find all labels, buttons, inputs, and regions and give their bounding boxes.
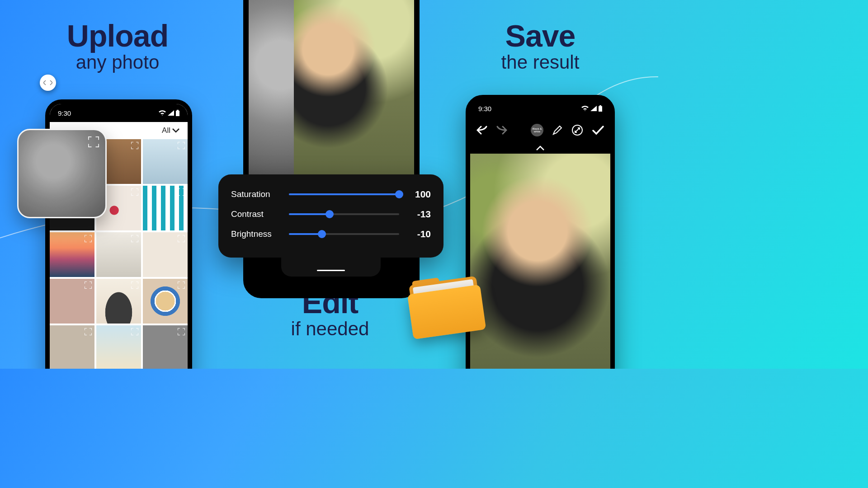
statusbar-icons	[581, 105, 602, 112]
slider-row-contrast: Contrast -13	[231, 204, 431, 224]
slider-knob[interactable]	[318, 230, 326, 238]
fullscreen-icon	[85, 235, 92, 242]
fullscreen-icon	[88, 136, 99, 147]
slider-label: Contrast	[231, 209, 281, 219]
battery-icon	[176, 110, 179, 116]
fullscreen-icon	[131, 282, 138, 289]
fullscreen-icon	[178, 328, 185, 335]
undo-icon[interactable]	[476, 126, 487, 135]
svg-rect-0	[176, 111, 179, 116]
battery-icon	[599, 105, 602, 112]
fullscreen-icon	[131, 235, 138, 242]
slider-fill	[289, 193, 399, 195]
edit-adjustments-panel: Saturation 100 Contrast -13 Brightness -…	[218, 174, 443, 258]
slider-label: Brightness	[231, 229, 281, 239]
fullscreen-icon	[178, 235, 185, 242]
selected-photo-preview[interactable]	[17, 129, 107, 218]
slider-fill	[289, 233, 322, 235]
statusbar: 9:30	[50, 104, 188, 122]
slider-label: Saturation	[231, 189, 281, 199]
collapse-chevron[interactable]	[470, 143, 610, 154]
redo-icon[interactable]	[496, 126, 507, 135]
gallery-thumb[interactable]	[50, 279, 94, 324]
chevron-down-icon	[172, 128, 179, 133]
gallery-thumb[interactable]	[50, 325, 94, 369]
headline-upload-sub: any photo	[38, 52, 197, 73]
slider-track[interactable]	[289, 213, 399, 215]
headline-upload: Upload any photo	[38, 18, 197, 73]
fullscreen-icon	[178, 282, 185, 289]
slider-track[interactable]	[289, 193, 399, 195]
chevron-up-icon	[536, 145, 545, 151]
gallery-thumb[interactable]	[143, 279, 188, 324]
result-photo	[470, 154, 610, 369]
statusbar-time: 9:30	[478, 105, 491, 113]
wifi-icon	[581, 106, 589, 111]
gallery-thumb[interactable]	[96, 279, 141, 324]
headline-save-title: Save	[461, 18, 619, 53]
statusbar-time: 9:30	[58, 109, 71, 117]
statusbar: 9:30	[470, 99, 610, 117]
fullscreen-icon	[85, 282, 92, 289]
statusbar-icons	[159, 110, 179, 116]
fullscreen-icon	[131, 142, 138, 149]
fullscreen-icon	[131, 328, 138, 335]
folder-icon	[406, 272, 491, 345]
fullscreen-icon	[178, 142, 185, 149]
gallery-thumb[interactable]	[143, 186, 188, 230]
slider-value: -13	[407, 209, 431, 220]
slider-knob[interactable]	[395, 190, 403, 198]
checkmark-icon[interactable]	[592, 125, 604, 135]
slider-knob[interactable]	[326, 210, 334, 218]
headline-edit-sub: if needed	[253, 318, 407, 340]
slider-value: 100	[407, 189, 431, 200]
gallery-thumb[interactable]	[96, 232, 141, 277]
slider-row-saturation: Saturation 100	[231, 184, 431, 204]
pencil-icon[interactable]	[552, 125, 562, 135]
svg-rect-3	[599, 105, 601, 106]
slider-fill	[289, 213, 330, 215]
slider-row-brightness: Brightness -10	[231, 224, 431, 244]
fullscreen-icon	[131, 188, 138, 196]
gallery-thumb[interactable]	[96, 325, 141, 369]
gallery-thumb[interactable]	[143, 232, 188, 277]
compare-slider-handle[interactable]	[40, 75, 56, 91]
edit-photo-bw-overlay	[249, 0, 294, 182]
style-preset-chip[interactable]: Black & white	[531, 124, 543, 136]
svg-rect-2	[599, 106, 602, 112]
signal-icon	[168, 110, 174, 116]
headline-save: Save the result	[461, 18, 619, 73]
edit-photo-area	[249, 0, 414, 182]
slider-track[interactable]	[289, 233, 399, 235]
gallery-thumb[interactable]	[143, 325, 188, 369]
editor-toolbar: Black & white	[470, 117, 610, 143]
headline-save-sub: the result	[461, 52, 619, 73]
drag-handle-icon	[317, 270, 345, 271]
gallery-filter-label: All	[162, 126, 170, 135]
fullscreen-icon	[85, 328, 92, 335]
gallery-thumb[interactable]	[50, 232, 94, 277]
panel-handle[interactable]	[281, 253, 381, 277]
fullscreen-icon	[178, 188, 185, 196]
svg-rect-1	[177, 110, 179, 111]
expand-icon[interactable]	[571, 124, 583, 136]
signal-icon	[590, 106, 597, 111]
gallery-thumb[interactable]	[143, 139, 188, 184]
headline-upload-title: Upload	[38, 18, 197, 53]
wifi-icon	[159, 110, 166, 116]
slider-value: -10	[407, 229, 431, 239]
